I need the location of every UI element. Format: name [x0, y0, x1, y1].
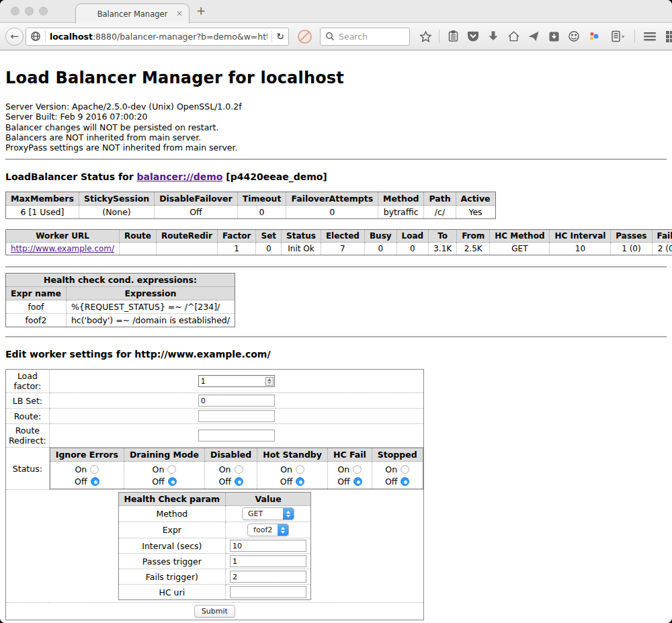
route-redirect-label: Route Redirect:	[6, 424, 50, 448]
route-redirect-input[interactable]	[198, 429, 275, 442]
fails-input[interactable]	[230, 571, 306, 583]
stopped-off-radio[interactable]	[401, 477, 409, 486]
server-version-line: Server Version: Apache/2.5.0-dev (Unix) …	[5, 101, 667, 112]
smiley-icon	[568, 30, 580, 42]
table-row: http://www.example.com/ 1 0 Init Ok 7 0 …	[6, 243, 672, 255]
method-select-value: GET	[243, 508, 283, 520]
feedback-button[interactable]	[567, 30, 581, 43]
stepper-arrows-icon[interactable]	[265, 377, 274, 386]
route-input[interactable]	[198, 410, 275, 422]
extension-button[interactable]	[587, 30, 601, 43]
share-button[interactable]	[527, 30, 540, 43]
disabled-off-radio[interactable]	[235, 477, 243, 486]
divider	[5, 159, 667, 160]
status-cell-stopped: On Off	[372, 462, 423, 489]
panel-button[interactable]	[547, 30, 560, 43]
content-blocked-icon[interactable]	[298, 30, 312, 44]
hc-fail-on-radio[interactable]	[353, 465, 362, 474]
status-cell-ignore-errors: On Off	[50, 462, 124, 489]
worker-url-link[interactable]: http://www.example.com/	[11, 244, 114, 253]
back-icon: ←	[10, 30, 19, 42]
column-header: StickySession	[79, 192, 154, 206]
ignore-errors-on-radio[interactable]	[90, 465, 99, 474]
off-label: Off	[75, 476, 87, 487]
off-label: Off	[218, 476, 230, 487]
hot-standby-off-radio[interactable]	[296, 477, 304, 486]
notice-line: Balancer changes will NOT be persisted o…	[5, 122, 667, 132]
hot-standby-on-radio[interactable]	[296, 465, 304, 474]
balancer-demo-link[interactable]: balancer://demo	[137, 171, 223, 182]
downloads-button[interactable]	[487, 30, 500, 43]
column-header: RouteRedir	[156, 230, 217, 243]
close-window-button[interactable]	[11, 7, 19, 15]
chevron-down-icon: ▾	[622, 34, 624, 40]
column-header: Timeout	[237, 192, 286, 206]
on-label: On	[385, 464, 397, 474]
cell-busy: 0	[364, 243, 396, 255]
load-factor-input[interactable]	[198, 375, 275, 387]
new-tab-button[interactable]: +	[196, 4, 206, 17]
cell-active: Yes	[456, 206, 495, 219]
pocket-button[interactable]	[466, 30, 480, 43]
health-check-param-table: Health Check param Value Method GET	[118, 492, 312, 600]
hc-uri-input[interactable]	[230, 586, 306, 598]
cell-hc-interval: 10	[550, 243, 611, 255]
on-label: On	[337, 464, 349, 474]
load-factor-stepper[interactable]	[198, 375, 275, 387]
edit-worker-heading: Edit worker settings for http://www.exam…	[5, 349, 667, 360]
method-select[interactable]: GET	[242, 507, 294, 520]
bookmark-star-button[interactable]	[419, 30, 432, 43]
reload-icon[interactable]: ↻	[276, 31, 284, 42]
page-title: Load Balancer Manager for localhost	[5, 50, 667, 87]
cell-routeredir	[156, 243, 217, 255]
form-row-hc-params: Health Check param Value Method GET	[6, 490, 424, 603]
panel-download-icon	[548, 31, 560, 42]
draining-mode-off-radio[interactable]	[168, 477, 177, 486]
column-header: HC Fail	[327, 448, 372, 462]
minimize-window-button[interactable]	[25, 7, 34, 15]
column-header: Active	[456, 192, 495, 206]
off-label: Off	[280, 476, 292, 487]
cell-to: 3.1K	[429, 243, 457, 255]
page-content: Load Balancer Manager for localhost Serv…	[0, 50, 672, 623]
submit-button[interactable]: Submit	[194, 605, 235, 618]
cell-worker-url: http://www.example.com/	[6, 243, 120, 255]
status-radio-row: On Off On Off On Off	[50, 462, 423, 489]
cell-route	[120, 243, 157, 255]
tab-close-icon[interactable]: ×	[176, 9, 183, 18]
select-arrows-icon	[283, 508, 294, 520]
column-header: Passes	[611, 230, 652, 243]
draining-mode-on-radio[interactable]	[167, 465, 176, 474]
url-divider	[45, 31, 46, 42]
tab-balancer-manager[interactable]: Balancer Manager ×	[75, 3, 190, 24]
status-table: Ignore Errors Draining Mode Disabled Hot…	[50, 448, 423, 489]
column-header: Disabled	[205, 448, 257, 462]
url-bar[interactable]: localhost:8880/balancer-manager?b=demo&w…	[26, 28, 289, 46]
passes-input[interactable]	[230, 555, 306, 567]
interval-input[interactable]	[230, 540, 306, 552]
cell-expr-name: foof2	[6, 314, 67, 327]
stopped-on-radio[interactable]	[401, 465, 409, 474]
back-button[interactable]: ←	[5, 28, 24, 46]
lb-set-input[interactable]	[198, 394, 275, 407]
disabled-on-radio[interactable]	[235, 465, 243, 474]
home-button[interactable]	[507, 30, 520, 43]
expr-select[interactable]: foof2	[247, 524, 289, 536]
off-label: Off	[152, 476, 164, 487]
reading-list-button[interactable]	[446, 30, 460, 43]
worker-table: Worker URL Route RouteRedir Factor Set S…	[5, 229, 672, 255]
zoom-window-button[interactable]	[39, 7, 48, 15]
sidebar-button[interactable]: ▾	[607, 30, 628, 43]
cell-disablefailover: Off	[155, 206, 237, 219]
status-cell-hc-fail: On Off	[327, 462, 372, 489]
ignore-errors-off-radio[interactable]	[91, 477, 99, 486]
hc-fail-off-radio[interactable]	[353, 477, 362, 486]
search-input[interactable]: Search	[320, 28, 410, 46]
column-header: Factor	[217, 230, 256, 243]
column-header: Fails	[652, 230, 672, 243]
tab-groups-button[interactable]	[665, 30, 672, 43]
url-text[interactable]: localhost:8880/balancer-manager?b=demo&w…	[50, 32, 267, 42]
menu-button[interactable]	[643, 30, 657, 43]
server-built-line: Server Built: Feb 9 2016 07:00:20	[5, 112, 667, 122]
fails-label: Fails trigger)	[118, 569, 226, 585]
